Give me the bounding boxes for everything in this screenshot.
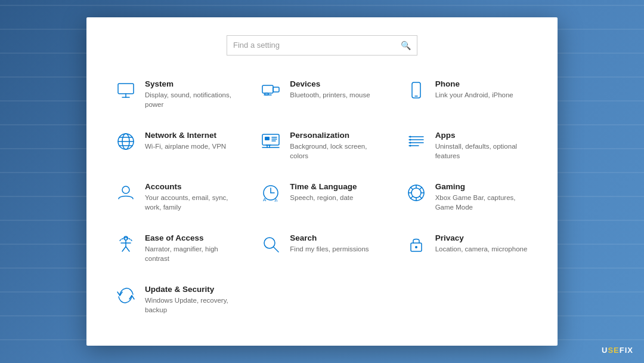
search-desc: Find my files, permissions [290, 244, 383, 254]
gaming-icon [405, 182, 427, 204]
svg-line-46 [274, 247, 278, 252]
setting-item-network[interactable]: Network & Internet Wi-Fi, airplane mode,… [110, 124, 243, 168]
search-icon: 🔍 [401, 41, 411, 50]
network-desc: Wi-Fi, airplane mode, VPN [145, 141, 239, 151]
svg-rect-15 [265, 137, 270, 140]
network-icon [115, 131, 137, 152]
system-text: System Display, sound, notifications, po… [145, 79, 239, 109]
update-text: Update & Security Windows Update, recove… [145, 285, 239, 315]
privacy-icon [405, 233, 427, 255]
settings-window: 🔍 System Display, sound, notifications, … [86, 17, 558, 346]
devices-title: Devices [290, 79, 383, 88]
search-settings-icon [260, 233, 281, 255]
svg-line-43 [410, 196, 413, 199]
phone-title: Phone [435, 79, 529, 88]
search-bar[interactable]: 🔍 [227, 35, 417, 56]
system-icon [115, 79, 137, 101]
settings-grid: System Display, sound, notifications, po… [110, 72, 534, 322]
network-title: Network & Internet [145, 131, 239, 140]
accounts-icon [115, 182, 137, 204]
svg-rect-4 [273, 87, 279, 92]
apps-text: Apps Uninstall, defaults, optional featu… [435, 131, 529, 161]
svg-point-25 [409, 139, 411, 140]
setting-item-gaming[interactable]: Gaming Xbox Game Bar, captures, Game Mod… [401, 175, 534, 219]
setting-item-personalization[interactable]: Personalization Background, lock screen,… [255, 124, 388, 168]
svg-line-42 [420, 187, 422, 189]
search-container: 🔍 [110, 35, 534, 56]
setting-item-devices[interactable]: Devices Bluetooth, printers, mouse [255, 72, 388, 116]
svg-line-40 [410, 187, 413, 189]
phone-text: Phone Link your Android, iPhone [435, 79, 529, 100]
phone-icon [405, 79, 427, 101]
watermark-se: SE [608, 346, 619, 355]
setting-item-accounts[interactable]: Accounts Your accounts, email, sync, wor… [110, 175, 243, 219]
svg-point-28 [122, 186, 129, 193]
search-text: Search Find my files, permissions [290, 233, 383, 254]
setting-item-apps[interactable]: Apps Uninstall, defaults, optional featu… [401, 124, 534, 168]
devices-text: Devices Bluetooth, printers, mouse [290, 79, 383, 100]
privacy-title: Privacy [435, 233, 529, 242]
svg-point-24 [409, 136, 411, 137]
setting-item-update[interactable]: Update & Security Windows Update, recove… [110, 278, 243, 322]
accounts-title: Accounts [145, 182, 239, 191]
setting-item-privacy[interactable]: Privacy Location, camera, microphone [401, 226, 534, 270]
svg-text:あ: あ [274, 198, 278, 202]
system-title: System [145, 79, 239, 88]
personalization-text: Personalization Background, lock screen,… [290, 131, 383, 161]
time-desc: Speech, region, date [290, 193, 383, 202]
time-text: Time & Language Speech, region, date [290, 182, 383, 202]
svg-rect-0 [118, 84, 134, 94]
time-icon: A あ [260, 182, 281, 204]
svg-text:A: A [263, 197, 267, 202]
apps-icon [405, 131, 427, 152]
personalization-title: Personalization [290, 131, 383, 140]
gaming-title: Gaming [435, 182, 529, 191]
setting-item-system[interactable]: System Display, sound, notifications, po… [110, 72, 243, 116]
search-title: Search [290, 233, 383, 242]
phone-desc: Link your Android, iPhone [435, 90, 529, 100]
update-icon [115, 285, 137, 306]
update-desc: Windows Update, recovery, backup [145, 296, 239, 315]
watermark-u: U [602, 346, 608, 355]
ease-icon [115, 233, 137, 255]
gaming-desc: Xbox Game Bar, captures, Game Mode [435, 193, 529, 212]
ease-text: Ease of Access Narrator, magnifier, high… [145, 233, 239, 263]
svg-point-26 [409, 141, 411, 143]
personalization-icon [260, 131, 281, 152]
network-text: Network & Internet Wi-Fi, airplane mode,… [145, 131, 239, 151]
personalization-desc: Background, lock screen, colors [290, 141, 383, 161]
accounts-text: Accounts Your accounts, email, sync, wor… [145, 182, 239, 212]
watermark-fix: FIX [620, 346, 633, 355]
svg-line-41 [420, 196, 422, 199]
svg-point-48 [415, 246, 417, 248]
update-title: Update & Security [145, 285, 239, 294]
setting-item-ease[interactable]: Ease of Access Narrator, magnifier, high… [110, 226, 243, 270]
svg-rect-3 [262, 85, 273, 93]
svg-rect-7 [412, 82, 420, 98]
svg-point-45 [264, 238, 275, 248]
search-input[interactable] [233, 41, 398, 50]
ease-title: Ease of Access [145, 233, 239, 242]
setting-item-search[interactable]: Search Find my files, permissions [255, 226, 388, 270]
gaming-text: Gaming Xbox Game Bar, captures, Game Mod… [435, 182, 529, 212]
setting-item-time[interactable]: A あ Time & Language Speech, region, date [255, 175, 388, 219]
apps-desc: Uninstall, defaults, optional features [435, 141, 529, 161]
svg-point-27 [409, 144, 411, 146]
time-title: Time & Language [290, 182, 383, 191]
privacy-text: Privacy Location, camera, microphone [435, 233, 529, 254]
watermark: USEFIX [602, 346, 633, 355]
accounts-desc: Your accounts, email, sync, work, family [145, 193, 239, 212]
system-desc: Display, sound, notifications, power [145, 90, 239, 109]
privacy-desc: Location, camera, microphone [435, 244, 529, 254]
setting-item-phone[interactable]: Phone Link your Android, iPhone [401, 72, 534, 116]
ease-desc: Narrator, magnifier, high contrast [145, 244, 239, 263]
apps-title: Apps [435, 131, 529, 140]
devices-icon [260, 79, 281, 101]
devices-desc: Bluetooth, printers, mouse [290, 90, 383, 100]
